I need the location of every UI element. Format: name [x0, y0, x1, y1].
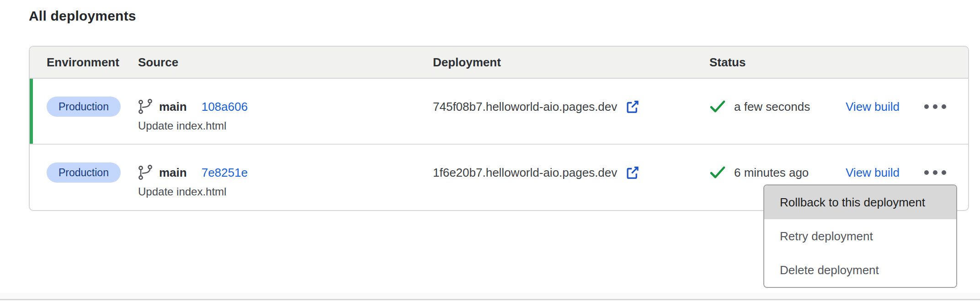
source-cell: main 108a606 Update index.html [138, 79, 433, 144]
environment-cell: Production [30, 79, 138, 144]
deployment-url: 745f08b7.helloworld-aio.pages.dev [433, 100, 617, 114]
column-header-deployment: Deployment [433, 55, 709, 70]
check-icon [709, 165, 726, 180]
commit-message: Update index.html [138, 184, 433, 200]
commit-link[interactable]: 108a606 [202, 100, 248, 114]
deployment-cell: 1f6e20b7.helloworld-aio.pages.dev [433, 145, 709, 208]
status-time: 6 minutes ago [734, 166, 809, 180]
menu-item-delete[interactable]: Delete deployment [764, 253, 956, 287]
table-row: Production main 108a606 Update index.htm… [30, 79, 968, 145]
git-branch-icon [138, 99, 153, 114]
external-link-icon[interactable] [624, 99, 640, 114]
ellipsis-icon[interactable] [921, 166, 949, 179]
view-build-link[interactable]: View build [846, 100, 900, 114]
commit-message: Update index.html [138, 118, 433, 134]
environment-badge: Production [47, 97, 121, 117]
current-deployment-indicator [30, 79, 33, 144]
view-build-cell: View build [846, 79, 915, 144]
source-cell: main 7e8251e Update index.html [138, 145, 433, 208]
deployment-cell: 745f08b7.helloworld-aio.pages.dev [433, 79, 709, 144]
external-link-icon[interactable] [624, 165, 640, 180]
footer-divider [0, 299, 980, 300]
column-header-source: Source [138, 55, 433, 70]
status-cell: a few seconds [709, 79, 846, 144]
column-header-environment: Environment [30, 55, 138, 70]
commit-link[interactable]: 7e8251e [202, 166, 248, 180]
menu-item-rollback[interactable]: Rollback to this deployment [764, 185, 956, 219]
check-icon [709, 99, 726, 114]
table-header-row: Environment Source Deployment Status [30, 47, 968, 79]
menu-item-retry[interactable]: Retry deployment [764, 219, 956, 253]
deployment-url: 1f6e20b7.helloworld-aio.pages.dev [433, 166, 617, 180]
row-context-menu: Rollback to this deployment Retry deploy… [763, 184, 957, 288]
branch-name: main [159, 100, 187, 114]
environment-badge: Production [47, 162, 121, 183]
column-header-status: Status [709, 55, 846, 70]
ellipsis-icon[interactable] [921, 100, 949, 114]
row-menu-cell [915, 79, 968, 144]
page-title: All deployments [29, 8, 136, 24]
branch-name: main [159, 166, 187, 180]
footer-strip [0, 293, 980, 299]
git-branch-icon [138, 165, 153, 180]
status-time: a few seconds [734, 100, 810, 114]
environment-cell: Production [30, 145, 138, 208]
view-build-link[interactable]: View build [846, 166, 900, 180]
